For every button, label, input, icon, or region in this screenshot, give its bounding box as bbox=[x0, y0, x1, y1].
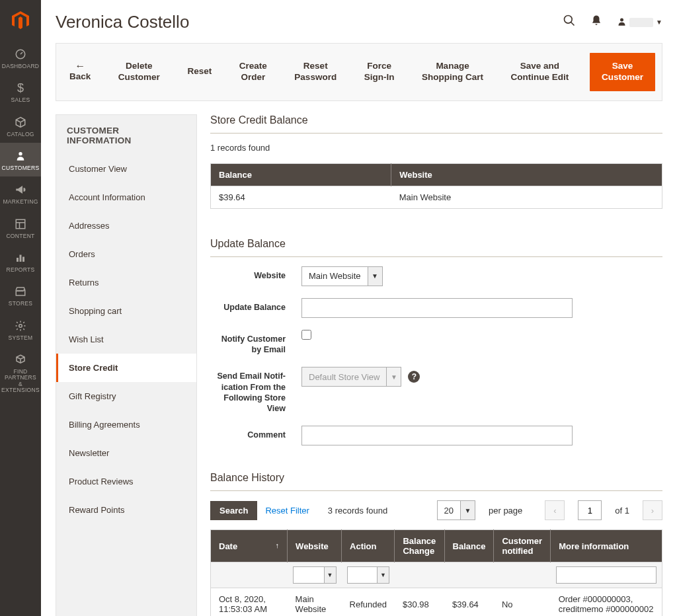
history-section-title: Balance History bbox=[210, 472, 662, 491]
website-label: Website bbox=[210, 266, 301, 281]
tab-gift-registry[interactable]: Gift Registry bbox=[56, 382, 196, 410]
tab-addresses[interactable]: Addresses bbox=[56, 212, 196, 240]
reset-password-button[interactable]: Reset Password bbox=[288, 57, 343, 87]
history-table: Date↑ Website Action Balance Change Bala… bbox=[210, 529, 662, 616]
bars-icon bbox=[15, 251, 26, 264]
tab-product-reviews[interactable]: Product Reviews bbox=[56, 467, 196, 496]
admin-sidebar: DASHBOARD $SALES CATALOG CUSTOMERS MARKE… bbox=[0, 0, 41, 616]
action-toolbar: ←Back Delete Customer Reset Create Order… bbox=[56, 43, 662, 101]
tab-wish-list[interactable]: Wish List bbox=[56, 325, 196, 354]
update-balance-input[interactable] bbox=[301, 298, 573, 318]
tab-newsletter[interactable]: Newsletter bbox=[56, 439, 196, 467]
nav-dashboard[interactable]: DASHBOARD bbox=[0, 41, 41, 75]
tab-orders[interactable]: Orders bbox=[56, 240, 196, 268]
person-icon bbox=[15, 149, 26, 163]
nav-system[interactable]: SYSTEM bbox=[0, 313, 41, 346]
history-col-balance[interactable]: Balance bbox=[444, 530, 494, 562]
chevron-down-icon: ▼ bbox=[377, 567, 389, 583]
layout-icon bbox=[15, 217, 26, 231]
balance-col-balance[interactable]: Balance bbox=[211, 163, 391, 186]
reset-button[interactable]: Reset bbox=[180, 62, 218, 81]
nav-catalog[interactable]: CATALOG bbox=[0, 109, 41, 143]
chevron-down-icon: ▼ bbox=[460, 501, 475, 520]
arrow-left-icon: ← bbox=[69, 61, 91, 71]
history-records-found: 3 records found bbox=[328, 506, 387, 516]
svg-line-10 bbox=[571, 22, 575, 26]
nav-reports[interactable]: REPORTS bbox=[0, 245, 41, 278]
tab-billing-agreements[interactable]: Billing Agreements bbox=[56, 410, 196, 439]
customer-info-tabs: CUSTOMER INFORMATION Customer View Accou… bbox=[56, 114, 197, 616]
gear-icon bbox=[15, 319, 26, 332]
create-order-button[interactable]: Create Order bbox=[233, 57, 274, 87]
help-icon[interactable]: ? bbox=[408, 371, 420, 383]
force-signin-button[interactable]: Force Sign-In bbox=[358, 57, 401, 87]
filter-info-input[interactable] bbox=[556, 566, 657, 584]
prev-page-button[interactable]: ‹ bbox=[545, 500, 565, 520]
save-continue-button[interactable]: Save and Continue Edit bbox=[504, 57, 576, 87]
cube-icon bbox=[15, 116, 26, 129]
save-customer-button[interactable]: Save Customer bbox=[590, 53, 655, 91]
page-title: Veronica Costello bbox=[56, 12, 563, 32]
history-col-date[interactable]: Date↑ bbox=[211, 530, 288, 562]
history-row: Oct 8, 2020, 11:53:03 AM Main Website Re… bbox=[211, 588, 662, 616]
svg-rect-5 bbox=[17, 258, 19, 262]
comment-input[interactable] bbox=[301, 426, 573, 445]
tab-account-info[interactable]: Account Information bbox=[56, 183, 196, 212]
svg-point-1 bbox=[19, 152, 22, 155]
page-input[interactable] bbox=[578, 500, 602, 520]
partners-icon bbox=[15, 353, 26, 366]
tab-returns[interactable]: Returns bbox=[56, 268, 196, 297]
history-col-website[interactable]: Website bbox=[288, 530, 342, 562]
chevron-down-icon: ▼ bbox=[324, 567, 336, 583]
next-page-button[interactable]: › bbox=[643, 500, 662, 520]
svg-point-11 bbox=[620, 18, 623, 21]
search-button[interactable]: Search bbox=[210, 501, 257, 520]
chevron-down-icon: ▼ bbox=[386, 367, 401, 386]
update-balance-label: Update Balance bbox=[210, 298, 301, 313]
balance-cell-balance: $39.64 bbox=[211, 186, 391, 208]
update-section-title: Update Balance bbox=[210, 238, 662, 257]
notify-checkbox[interactable] bbox=[301, 330, 311, 340]
nav-customers[interactable]: CUSTOMERS bbox=[0, 143, 41, 176]
storeview-select[interactable]: Default Store View ▼ bbox=[301, 367, 401, 387]
tab-store-credit[interactable]: Store Credit bbox=[56, 354, 196, 382]
filter-action-select[interactable]: ▼ bbox=[347, 566, 389, 584]
megaphone-icon bbox=[15, 183, 26, 196]
account-menu[interactable]: ▼ bbox=[617, 17, 662, 28]
page-header: Veronica Costello ▼ bbox=[56, 0, 662, 39]
history-col-change[interactable]: Balance Change bbox=[395, 530, 444, 562]
tab-shopping-cart[interactable]: Shopping cart bbox=[56, 297, 196, 325]
website-select[interactable]: Main Website ▼ bbox=[301, 266, 383, 286]
nav-sales[interactable]: $SALES bbox=[0, 75, 41, 108]
page-of-label: of 1 bbox=[615, 506, 629, 516]
reset-filter-link[interactable]: Reset Filter bbox=[265, 506, 309, 516]
back-button[interactable]: ←Back bbox=[63, 57, 97, 87]
balance-col-website[interactable]: Website bbox=[391, 163, 662, 186]
per-page-select[interactable]: 20 ▼ bbox=[437, 500, 475, 520]
account-name-placeholder bbox=[629, 18, 653, 27]
magento-logo[interactable] bbox=[0, 0, 41, 41]
history-col-info[interactable]: More information bbox=[551, 530, 662, 562]
gauge-icon bbox=[15, 48, 26, 61]
history-col-notified[interactable]: Customer notified bbox=[494, 530, 551, 562]
notify-label: Notify Customer by Email bbox=[210, 330, 301, 356]
history-col-action[interactable]: Action bbox=[342, 530, 395, 562]
tab-customer-view[interactable]: Customer View bbox=[56, 155, 196, 183]
nav-content[interactable]: CONTENT bbox=[0, 211, 41, 245]
tab-reward-points[interactable]: Reward Points bbox=[56, 496, 196, 524]
avatar-icon bbox=[617, 17, 627, 28]
delete-customer-button[interactable]: Delete Customer bbox=[112, 57, 167, 87]
nav-marketing[interactable]: MARKETING bbox=[0, 176, 41, 210]
svg-point-9 bbox=[565, 16, 573, 24]
nav-partners[interactable]: FIND PARTNERS & EXTENSIONS bbox=[0, 346, 41, 399]
balance-records-found: 1 records found bbox=[210, 143, 662, 153]
manage-cart-button[interactable]: Manage Shopping Cart bbox=[415, 57, 490, 87]
filter-website-select[interactable]: ▼ bbox=[293, 566, 337, 584]
balance-cell-website: Main Website bbox=[391, 186, 662, 208]
storeview-label: Send Email Notif­ication From the Follow… bbox=[210, 367, 301, 414]
search-icon[interactable] bbox=[563, 14, 576, 30]
store-icon bbox=[15, 285, 26, 298]
svg-rect-7 bbox=[22, 257, 24, 262]
notifications-icon[interactable] bbox=[590, 15, 602, 30]
nav-stores[interactable]: STORES bbox=[0, 278, 41, 312]
